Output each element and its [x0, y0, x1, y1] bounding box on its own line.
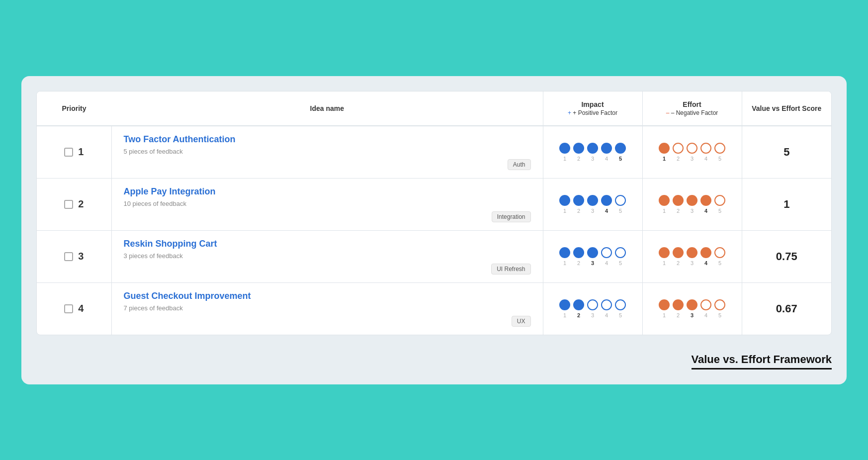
impact-dot[interactable]: [601, 247, 612, 258]
dot-label: 5: [615, 208, 626, 214]
impact-cell: 12345: [543, 282, 642, 335]
impact-dot[interactable]: [573, 299, 584, 310]
effort-dot[interactable]: [700, 195, 711, 206]
dot-label: 4: [601, 156, 612, 162]
effort-dot[interactable]: [673, 299, 684, 310]
effort-dot[interactable]: [673, 195, 684, 206]
score-cell: 1: [742, 178, 831, 230]
impact-cell: 12345: [543, 126, 642, 179]
impact-dot[interactable]: [615, 247, 626, 258]
dot-label: 1: [559, 260, 570, 266]
dot-label: 1: [559, 156, 570, 162]
score-cell: 0.75: [742, 230, 831, 282]
idea-tag: UI Refresh: [491, 264, 530, 275]
dot-label: 2: [573, 208, 584, 214]
effort-dot[interactable]: [673, 247, 684, 258]
effort-dot[interactable]: [700, 299, 711, 310]
dot-label: 3: [587, 312, 598, 318]
impact-cell: 12345: [543, 178, 642, 230]
dot-label: 2: [673, 156, 684, 162]
impact-dot[interactable]: [587, 299, 598, 310]
impact-dot[interactable]: [615, 299, 626, 310]
impact-dot[interactable]: [573, 195, 584, 206]
effort-dot[interactable]: [687, 247, 697, 258]
framework-label: Value vs. Effort Framework: [692, 353, 832, 369]
main-container: Priority Idea name Impact + + Positive F…: [21, 76, 847, 384]
impact-subtitle: + + Positive Factor: [568, 109, 617, 116]
idea-feedback: 7 pieces of feedback: [124, 304, 531, 312]
header-priority: Priority: [37, 92, 111, 126]
row-checkbox[interactable]: [64, 200, 73, 209]
dot-label: 5: [714, 260, 725, 266]
effort-dot[interactable]: [714, 195, 725, 206]
impact-dot[interactable]: [559, 143, 570, 154]
row-checkbox[interactable]: [64, 304, 73, 313]
effort-dot[interactable]: [714, 247, 725, 258]
effort-dot[interactable]: [700, 143, 711, 154]
effort-dot[interactable]: [687, 195, 697, 206]
dot-label: 5: [714, 312, 725, 318]
effort-dot[interactable]: [687, 143, 697, 154]
row-checkbox[interactable]: [64, 148, 73, 157]
idea-feedback: 5 pieces of feedback: [124, 148, 531, 155]
impact-dot[interactable]: [573, 143, 584, 154]
table-container: Priority Idea name Impact + + Positive F…: [36, 91, 832, 335]
dot-label: 3: [687, 156, 697, 162]
effort-dot[interactable]: [659, 247, 670, 258]
impact-dot[interactable]: [559, 247, 570, 258]
impact-dot[interactable]: [601, 143, 612, 154]
impact-dot[interactable]: [601, 299, 612, 310]
dot-label: 3: [687, 312, 697, 318]
dot-label: 2: [673, 260, 684, 266]
impact-dot[interactable]: [559, 299, 570, 310]
impact-dot[interactable]: [587, 195, 598, 206]
dot-label: 1: [659, 312, 670, 318]
effort-dot[interactable]: [659, 195, 670, 206]
dot-label: 4: [700, 312, 711, 318]
header-effort: Effort – – Negative Factor: [642, 92, 742, 126]
header-impact: Impact + + Positive Factor: [543, 92, 642, 126]
effort-dot[interactable]: [687, 299, 697, 310]
score-cell: 5: [742, 126, 831, 179]
effort-dot[interactable]: [700, 247, 711, 258]
impact-dot[interactable]: [587, 247, 598, 258]
idea-tag: Integration: [492, 211, 531, 222]
effort-dot[interactable]: [659, 299, 670, 310]
idea-title[interactable]: Guest Checkout Improvement: [124, 291, 531, 301]
idea-feedback: 3 pieces of feedback: [124, 252, 531, 260]
dot-label: 2: [573, 312, 584, 318]
impact-dot[interactable]: [615, 195, 626, 206]
dot-label: 2: [673, 208, 684, 214]
header-idea: Idea name: [111, 92, 543, 126]
impact-cell: 12345: [543, 230, 642, 282]
dot-label: 3: [587, 208, 598, 214]
impact-dot[interactable]: [601, 195, 612, 206]
dot-label: 4: [700, 208, 711, 214]
row-checkbox[interactable]: [64, 252, 73, 261]
dot-label: 5: [615, 312, 626, 318]
impact-dot[interactable]: [573, 247, 584, 258]
dot-label: 3: [687, 208, 697, 214]
priority-table: Priority Idea name Impact + + Positive F…: [37, 92, 831, 335]
effort-cell: 12345: [642, 178, 742, 230]
effort-dot[interactable]: [714, 299, 725, 310]
idea-title[interactable]: Two Factor Authentication: [124, 134, 531, 145]
effort-dot[interactable]: [714, 143, 725, 154]
effort-cell: 12345: [642, 282, 742, 335]
effort-label: Effort: [683, 100, 701, 108]
effort-dot[interactable]: [673, 143, 684, 154]
effort-dot[interactable]: [659, 143, 670, 154]
idea-title[interactable]: Apple Pay Integration: [124, 186, 531, 197]
dot-label: 1: [559, 208, 570, 214]
idea-title[interactable]: Reskin Shopping Cart: [124, 239, 531, 249]
idea-tag: Auth: [508, 159, 531, 170]
idea-tag: UX: [512, 316, 531, 327]
effort-cell: 12345: [642, 126, 742, 179]
dot-label: 1: [659, 208, 670, 214]
impact-dot[interactable]: [587, 143, 598, 154]
impact-dot[interactable]: [615, 143, 626, 154]
dot-label: 4: [700, 156, 711, 162]
effort-cell: 12345: [642, 230, 742, 282]
impact-dot[interactable]: [559, 195, 570, 206]
dot-label: 3: [587, 260, 598, 266]
